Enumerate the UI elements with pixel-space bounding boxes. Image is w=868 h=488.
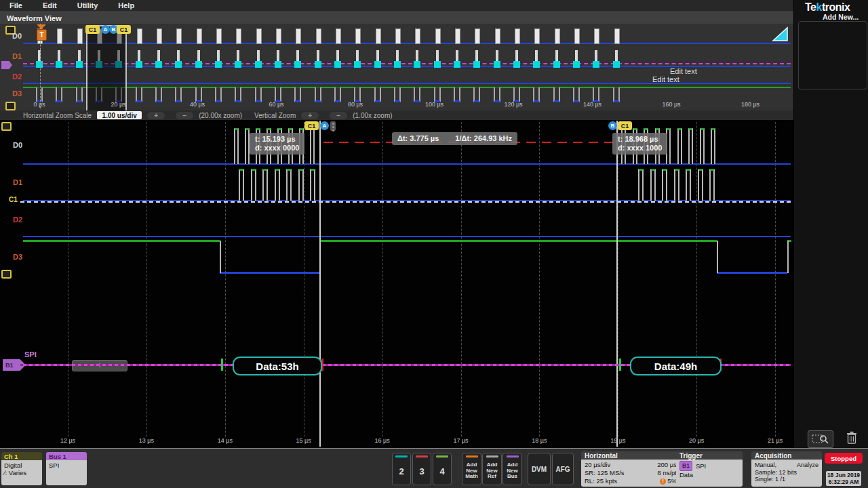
horizontal-zoom-scale-label: Horizontal Zoom Scale: [23, 112, 92, 119]
d0-pulse: [574, 28, 580, 44]
callout-edit-text-2[interactable]: Edit text: [652, 75, 679, 83]
menu-edit[interactable]: Edit: [43, 1, 57, 9]
trigger-source-badge: B1: [679, 461, 692, 471]
trigger-title: Trigger: [676, 451, 743, 460]
menu-file[interactable]: File: [9, 1, 22, 9]
oscilloscope-ui: FileEditUtilityHelp Waveform View D0D1D2…: [0, 0, 868, 488]
d1-bus-activity-block: [56, 61, 62, 68]
channel-2-label: 2: [399, 458, 403, 485]
d1-bus-activity-block: [354, 61, 361, 68]
overview-axis-tick: 80 µs: [348, 101, 363, 108]
d0-pulse: [176, 28, 182, 44]
vzoom-decrease-button[interactable]: −: [330, 112, 347, 119]
d1-bus-activity-block: [394, 61, 401, 68]
bottom-settings-bar: Ch 1 Digital ∕: Varies Bus 1 SPI 234Add …: [0, 448, 868, 488]
waveform-overview-panel: D0D1D2D3 T C1 A B C1 Edit text Edit text…: [0, 24, 793, 110]
channel-4-label: 4: [439, 458, 444, 485]
overview-axis-tick: 20 µs: [111, 101, 125, 108]
add-new-bus-button[interactable]: Add New Bus: [502, 453, 522, 485]
zoom-box-c1-badge-right[interactable]: C1: [117, 25, 131, 34]
d1-bus-activity-block: [454, 61, 460, 68]
overview-axis-tick: 100 µs: [425, 101, 443, 108]
acq-single: Single: 1 /1: [755, 476, 818, 483]
d1-bus-activity-block: [573, 61, 580, 68]
d0-pulse: [555, 28, 560, 44]
trigger-mode: Data: [679, 471, 739, 479]
waveform-view-title: Waveform View: [7, 14, 62, 22]
callout-edit-text-1[interactable]: Edit text: [670, 67, 697, 75]
overview-axis: 0 µs20 µs40 µs60 µs80 µs100 µs120 µs140 …: [0, 100, 793, 109]
menu-help[interactable]: Help: [118, 1, 134, 9]
overview-axis-tick: 180 µs: [741, 101, 760, 108]
trigger-panel[interactable]: Trigger B1 SPI Data: [676, 451, 743, 487]
vzoom-increase-button[interactable]: +: [301, 112, 319, 119]
zoom-tool-icon: [812, 434, 829, 445]
d0-pulse: [216, 28, 222, 44]
zoom-tool-button[interactable]: [808, 430, 833, 448]
hzoom-decrease-button[interactable]: −: [176, 112, 193, 119]
trigger-flag[interactable]: T: [37, 29, 47, 41]
d1-bus-activity-block: [275, 61, 281, 68]
main-axis-tick: 17 µs: [453, 437, 468, 444]
overview-channel-label-d2[interactable]: D2: [12, 73, 22, 81]
d0-pulse: [296, 28, 301, 44]
overview-channel-label-d3[interactable]: D3: [12, 89, 22, 98]
trigger-source: SPI: [696, 462, 706, 470]
d1-bus-activity-block: [513, 61, 520, 68]
zoom-box-c1-badge-left[interactable]: C1: [85, 25, 100, 34]
d0-pulse: [475, 28, 480, 44]
d0-pulse: [157, 28, 162, 44]
run-stop-status-badge[interactable]: Stopped: [825, 453, 863, 464]
acq-mode: Manual,: [755, 461, 776, 469]
overview-channel-label-d1[interactable]: D1: [12, 52, 22, 60]
afg-button[interactable]: AFG: [552, 453, 574, 485]
d1-bus-activity-block: [613, 61, 620, 68]
overview-axis-tick: 140 µs: [583, 101, 601, 108]
frame-start-tick: [619, 359, 621, 371]
time-label: 6:32:29 AM: [826, 479, 861, 485]
main-axis-tick: 19 µs: [610, 437, 625, 444]
main-axis-tick: 16 µs: [374, 437, 389, 444]
zoom-scale-bar: Horizontal Zoom Scale 1.00 us/div + − (2…: [0, 110, 816, 120]
acquisition-title: Acquisition: [751, 451, 822, 460]
d0-pulse: [77, 28, 83, 44]
add-new-ref-button[interactable]: Add New Ref: [482, 453, 502, 485]
main-axis-tick: 20 µs: [689, 437, 704, 444]
channel-3-button[interactable]: 3: [412, 453, 431, 485]
d0-pulse: [376, 28, 381, 44]
d0-pulse: [236, 28, 241, 44]
main-axis-tick: 12 µs: [60, 437, 75, 444]
channel-2-button[interactable]: 2: [392, 453, 411, 485]
trash-button[interactable]: [846, 431, 857, 447]
overview-axis-tick: 0 µs: [33, 101, 45, 108]
overview-axis-tick: 120 µs: [504, 101, 522, 108]
hzoom-factor-label: (20.00x zoom): [199, 112, 242, 119]
d1-bus-activity-block: [76, 61, 83, 68]
trigger-arrow-icon[interactable]: [37, 24, 46, 29]
overview-channel-label-d0[interactable]: D0: [12, 32, 22, 40]
bus-decode-value: Data:49h: [630, 357, 722, 375]
zoom-select-icon[interactable]: [772, 26, 789, 43]
horizontal-panel[interactable]: Horizontal 20 µs/div200 µs SR: 125 MS/s8…: [581, 451, 680, 487]
menu-utility[interactable]: Utility: [77, 1, 98, 9]
hzoom-increase-button[interactable]: +: [147, 112, 165, 119]
d1-bus-activity-block: [494, 61, 500, 68]
tab-waveform-view[interactable]: Waveform View: [0, 12, 800, 24]
d1-bus-activity-block: [155, 61, 162, 68]
overview-axis-tick: 160 µs: [662, 101, 680, 108]
add-new-math-button[interactable]: Add New Math: [462, 453, 481, 485]
zoom-box[interactable]: [86, 25, 127, 110]
d0-pulse: [495, 28, 500, 44]
acquisition-panel[interactable]: Acquisition Manual,Analyze Sample: 12 bi…: [751, 451, 822, 487]
add-new-panel: [798, 21, 867, 89]
dvm-button[interactable]: DVM: [528, 453, 551, 485]
right-sidebar: Tektronix Add New... CursorsNoteMeasureS…: [793, 0, 868, 448]
horizontal-zoom-value-input[interactable]: 1.00 us/div: [97, 111, 142, 119]
channel-4-button[interactable]: 4: [433, 453, 452, 485]
d1-bus-activity-block: [315, 61, 321, 68]
main-axis: 12 µs13 µs14 µs15 µs16 µs17 µs18 µs19 µs…: [0, 436, 793, 447]
h-resolution: 8 ns/pt: [657, 469, 677, 477]
add-new-bus-label: Add New Bus: [503, 458, 521, 485]
main-waveform-view: D0 D1 D2 D3 C1 C1 A B C1 t: 15.193 µsd: …: [0, 120, 793, 448]
d0-pulse: [594, 28, 599, 44]
